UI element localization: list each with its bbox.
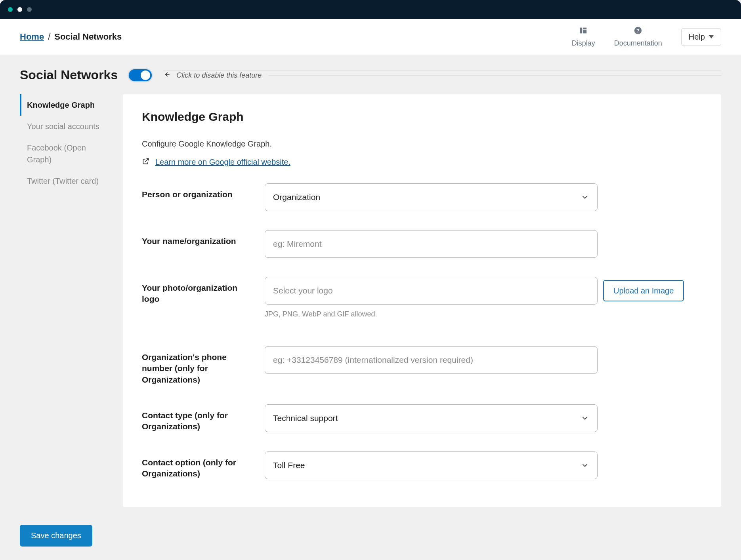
field-label: Person or organization — [142, 183, 257, 200]
settings-panel: Knowledge Graph Configure Google Knowled… — [123, 94, 721, 507]
traffic-dot — [8, 7, 13, 12]
breadcrumb-current: Social Networks — [54, 32, 122, 42]
display-icon — [579, 26, 588, 37]
field-label: Contact type (only for Organizations) — [142, 404, 257, 432]
sidebar-item-twitter[interactable]: Twitter (Twitter card) — [20, 170, 107, 192]
field-person-or-organization: Person or organization Organization — [142, 183, 702, 211]
chevron-down-icon — [709, 35, 714, 38]
toggle-hint-text: Click to disable this feature — [176, 71, 262, 80]
topnav-documentation[interactable]: ? Documentation — [614, 26, 662, 48]
breadcrumb-separator: / — [48, 32, 50, 42]
topnav-display[interactable]: Display — [572, 26, 595, 48]
main-layout: Knowledge Graph Your social accounts Fac… — [20, 94, 721, 507]
field-label: Your photo/organization logo — [142, 277, 257, 305]
learn-more-link[interactable]: Learn more on Google official website. — [155, 158, 290, 167]
sidebar-item-label: Twitter (Twitter card) — [27, 177, 99, 185]
toggle-knob — [141, 70, 150, 80]
topnav-display-label: Display — [572, 39, 595, 48]
field-name-organization: Your name/organization — [142, 230, 702, 258]
traffic-dot — [27, 7, 32, 12]
traffic-dot — [17, 7, 22, 12]
field-contact-type: Contact type (only for Organizations) Te… — [142, 404, 702, 432]
arrow-left-icon — [163, 70, 171, 80]
save-changes-button[interactable]: Save changes — [20, 525, 92, 547]
svg-rect-1 — [583, 28, 586, 30]
sidebar-item-label: Knowledge Graph — [27, 101, 95, 109]
toggle-hint: Click to disable this feature — [163, 70, 721, 80]
field-label: Your name/organization — [142, 230, 257, 247]
field-phone: Organization's phone number (only for Or… — [142, 346, 702, 385]
sidebar-item-social-accounts[interactable]: Your social accounts — [20, 116, 107, 137]
svg-text:?: ? — [636, 28, 640, 34]
select-value: Toll Free — [273, 461, 305, 470]
contact-type-select[interactable]: Technical support — [265, 404, 598, 432]
logo-hint: JPG, PNG, WebP and GIF allowed. — [265, 310, 684, 318]
contact-option-select[interactable]: Toll Free — [265, 451, 598, 479]
help-dropdown[interactable]: Help — [681, 28, 721, 46]
page-header: Social Networks Click to disable this fe… — [20, 68, 721, 82]
topnav-documentation-label: Documentation — [614, 39, 662, 48]
breadcrumb-home-link[interactable]: Home — [20, 32, 44, 42]
svg-rect-0 — [580, 28, 582, 34]
field-contact-option: Contact option (only for Organizations) … — [142, 451, 702, 480]
feature-toggle[interactable] — [129, 69, 152, 81]
window-traffic-lights — [8, 7, 32, 12]
sidebar-item-knowledge-graph[interactable]: Knowledge Graph — [20, 94, 107, 116]
chevron-down-icon — [581, 461, 589, 470]
chevron-down-icon — [581, 414, 589, 423]
topbar-right: Display ? Documentation Help — [572, 26, 721, 48]
settings-sidebar: Knowledge Graph Your social accounts Fac… — [20, 94, 107, 192]
page-title: Social Networks — [20, 68, 118, 82]
logo-path-input[interactable] — [265, 277, 598, 305]
field-label: Organization's phone number (only for Or… — [142, 346, 257, 385]
organization-phone-input[interactable] — [265, 346, 598, 374]
sidebar-item-label: Your social accounts — [27, 122, 99, 131]
svg-rect-2 — [583, 30, 586, 33]
topbar: Home / Social Networks Display ? Documen… — [0, 19, 741, 55]
sidebar-item-label: Facebook (Open Graph) — [27, 143, 86, 164]
select-value: Organization — [273, 192, 320, 202]
select-value: Technical support — [273, 413, 338, 423]
app-window: Home / Social Networks Display ? Documen… — [0, 0, 741, 560]
learn-more-row: Learn more on Google official website. — [142, 157, 702, 167]
field-logo: Your photo/organization logo Upload an I… — [142, 277, 702, 318]
page-body: Social Networks Click to disable this fe… — [0, 55, 741, 560]
person-or-organization-select[interactable]: Organization — [265, 183, 598, 211]
window-titlebar — [0, 0, 741, 19]
name-organization-input[interactable] — [265, 230, 598, 258]
help-circle-icon: ? — [634, 26, 642, 37]
panel-description: Configure Google Knowledge Graph. — [142, 139, 702, 149]
upload-image-button[interactable]: Upload an Image — [603, 280, 684, 301]
help-dropdown-label: Help — [689, 32, 705, 42]
sidebar-item-facebook[interactable]: Facebook (Open Graph) — [20, 137, 107, 170]
field-label: Contact option (only for Organizations) — [142, 451, 257, 480]
panel-heading: Knowledge Graph — [142, 110, 702, 124]
breadcrumb: Home / Social Networks — [20, 32, 122, 42]
external-link-icon — [142, 157, 150, 167]
save-bar: Save changes — [20, 525, 92, 547]
chevron-down-icon — [581, 193, 589, 202]
